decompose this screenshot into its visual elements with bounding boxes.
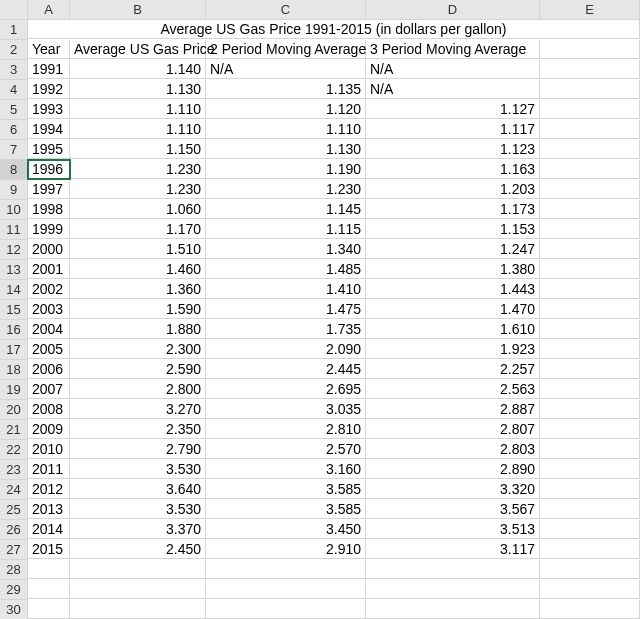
cell-D30[interactable] (366, 600, 540, 619)
row-header-14[interactable]: 14 (0, 280, 28, 300)
cell-E25[interactable] (540, 500, 640, 519)
cell-C6[interactable]: 1.110 (206, 120, 366, 139)
row-header-15[interactable]: 15 (0, 300, 28, 320)
row-header-3[interactable]: 3 (0, 60, 28, 80)
cell-B11[interactable]: 1.170 (70, 220, 206, 239)
cell-D11[interactable]: 1.153 (366, 220, 540, 239)
row-header-5[interactable]: 5 (0, 100, 28, 120)
cell-B19[interactable]: 2.800 (70, 380, 206, 399)
row-header-18[interactable]: 18 (0, 360, 28, 380)
col-header-B[interactable]: B (70, 0, 206, 20)
cell-E28[interactable] (540, 560, 640, 579)
cell-B29[interactable] (70, 580, 206, 599)
cell-A28[interactable] (28, 560, 70, 579)
cell-C12[interactable]: 1.340 (206, 240, 366, 259)
row-header-21[interactable]: 21 (0, 420, 28, 440)
cell-A21[interactable]: 2009 (28, 420, 70, 439)
cell-E3[interactable] (540, 60, 640, 79)
row-header-16[interactable]: 16 (0, 320, 28, 340)
row-header-7[interactable]: 7 (0, 140, 28, 160)
row-header-9[interactable]: 9 (0, 180, 28, 200)
cell-C9[interactable]: 1.230 (206, 180, 366, 199)
cell-A30[interactable] (28, 600, 70, 619)
cell-C18[interactable]: 2.445 (206, 360, 366, 379)
cell-A7[interactable]: 1995 (28, 140, 70, 159)
cell-B16[interactable]: 1.880 (70, 320, 206, 339)
cell-B27[interactable]: 2.450 (70, 540, 206, 559)
row-header-20[interactable]: 20 (0, 400, 28, 420)
cell-B28[interactable] (70, 560, 206, 579)
col-header-A[interactable]: A (28, 0, 70, 20)
cell-B13[interactable]: 1.460 (70, 260, 206, 279)
cell-E8[interactable] (540, 160, 640, 179)
cell-E18[interactable] (540, 360, 640, 379)
cell-E27[interactable] (540, 540, 640, 559)
cell-D29[interactable] (366, 580, 540, 599)
cell-A24[interactable]: 2012 (28, 480, 70, 499)
cell-E6[interactable] (540, 120, 640, 139)
cell-D22[interactable]: 2.803 (366, 440, 540, 459)
cell-C16[interactable]: 1.735 (206, 320, 366, 339)
cell-D23[interactable]: 2.890 (366, 460, 540, 479)
cell-A10[interactable]: 1998 (28, 200, 70, 219)
cell-A13[interactable]: 2001 (28, 260, 70, 279)
cell-D15[interactable]: 1.470 (366, 300, 540, 319)
row-header-13[interactable]: 13 (0, 260, 28, 280)
cell-D16[interactable]: 1.610 (366, 320, 540, 339)
cell-B4[interactable]: 1.130 (70, 80, 206, 99)
cell-C7[interactable]: 1.130 (206, 140, 366, 159)
cell-C24[interactable]: 3.585 (206, 480, 366, 499)
row-header-30[interactable]: 30 (0, 600, 28, 619)
cell-D21[interactable]: 2.807 (366, 420, 540, 439)
cell-D28[interactable] (366, 560, 540, 579)
cell-E5[interactable] (540, 100, 640, 119)
cell-C2[interactable]: 2 Period Moving Average (206, 40, 366, 59)
cell-C17[interactable]: 2.090 (206, 340, 366, 359)
cell-E10[interactable] (540, 200, 640, 219)
cell-A19[interactable]: 2007 (28, 380, 70, 399)
cell-B12[interactable]: 1.510 (70, 240, 206, 259)
cell-E30[interactable] (540, 600, 640, 619)
cell-E22[interactable] (540, 440, 640, 459)
cell-B22[interactable]: 2.790 (70, 440, 206, 459)
row-header-2[interactable]: 2 (0, 40, 28, 60)
cell-C11[interactable]: 1.115 (206, 220, 366, 239)
cell-B18[interactable]: 2.590 (70, 360, 206, 379)
cell-B10[interactable]: 1.060 (70, 200, 206, 219)
cell-B3[interactable]: 1.140 (70, 60, 206, 79)
cell-C3[interactable]: N/A (206, 60, 366, 79)
cell-C4[interactable]: 1.135 (206, 80, 366, 99)
cell-B24[interactable]: 3.640 (70, 480, 206, 499)
cell-C21[interactable]: 2.810 (206, 420, 366, 439)
cell-D26[interactable]: 3.513 (366, 520, 540, 539)
cell-E12[interactable] (540, 240, 640, 259)
row-header-23[interactable]: 23 (0, 460, 28, 480)
cell-E21[interactable] (540, 420, 640, 439)
cell-E17[interactable] (540, 340, 640, 359)
cell-A27[interactable]: 2015 (28, 540, 70, 559)
cell-C10[interactable]: 1.145 (206, 200, 366, 219)
cell-E24[interactable] (540, 480, 640, 499)
cell-A2[interactable]: Year (28, 40, 70, 59)
cell-C19[interactable]: 2.695 (206, 380, 366, 399)
cell-D9[interactable]: 1.203 (366, 180, 540, 199)
cell-D12[interactable]: 1.247 (366, 240, 540, 259)
cell-B6[interactable]: 1.110 (70, 120, 206, 139)
cell-D17[interactable]: 1.923 (366, 340, 540, 359)
row-header-26[interactable]: 26 (0, 520, 28, 540)
cell-B26[interactable]: 3.370 (70, 520, 206, 539)
row-header-22[interactable]: 22 (0, 440, 28, 460)
cell-E11[interactable] (540, 220, 640, 239)
cell-E16[interactable] (540, 320, 640, 339)
cell-E2[interactable] (540, 40, 640, 59)
cell-D3[interactable]: N/A (366, 60, 540, 79)
cell-D25[interactable]: 3.567 (366, 500, 540, 519)
cell-C28[interactable] (206, 560, 366, 579)
row-header-8[interactable]: 8 (0, 160, 28, 180)
row-header-19[interactable]: 19 (0, 380, 28, 400)
cell-E14[interactable] (540, 280, 640, 299)
select-all-corner[interactable] (0, 0, 28, 20)
cell-D14[interactable]: 1.443 (366, 280, 540, 299)
cell-B25[interactable]: 3.530 (70, 500, 206, 519)
cell-E19[interactable] (540, 380, 640, 399)
